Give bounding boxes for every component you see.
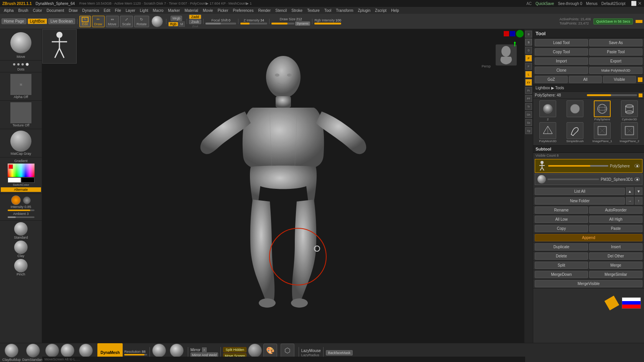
append-btn[interactable]: Append [535,234,642,241]
subtool-pm3d-eye[interactable] [634,177,640,181]
m-btn[interactable]: M [179,21,185,27]
matcap-sphere[interactable] [10,131,31,152]
nav-best[interactable]: B [525,31,532,38]
rgb-selector[interactable]: Rgb M [168,21,185,27]
nav-local[interactable]: L [525,71,532,78]
del-other-btn[interactable]: Del Other [589,252,642,260]
draw-button[interactable]: ✏ Draw [92,16,105,27]
menu-stencil[interactable]: Stencil [273,8,289,13]
menu-layer[interactable]: Layer [123,8,138,13]
folder-arrow-btn[interactable]: → [626,197,634,205]
claybuildup-brush[interactable]: ClayBuildup [2,344,21,362]
zadd-btn[interactable]: Zadd [189,15,202,19]
menu-tool[interactable]: Tool [322,8,334,13]
nav-floor[interactable]: F [525,63,532,70]
menus-label[interactable]: Menus [586,2,598,6]
paste-tool-btn[interactable]: Paste Tool [589,48,642,56]
menu-preferences[interactable]: Preferences [230,8,256,13]
move-button[interactable]: ⇔ Move [106,16,119,27]
pinch-brush-item[interactable]: Pinch [1,259,41,276]
make-polymesh-btn[interactable]: Make PolyMesh3D [589,67,642,74]
menu-light[interactable]: Light [138,8,151,13]
menu-movie[interactable]: Movie [200,8,215,13]
menu-picker[interactable]: Picker [215,8,231,13]
nav-persp[interactable]: P [525,55,532,62]
menu-marker[interactable]: Marker [166,8,182,13]
nav-ghost[interactable]: Gh [525,111,532,118]
clay-brush-item[interactable]: Clay [1,241,41,258]
split-btn[interactable]: Split [535,262,588,269]
paste-subtool-btn[interactable]: Paste [589,225,642,232]
tool-simplebrush[interactable]: SimpleBrush [562,122,588,143]
rename-btn[interactable]: Rename [535,206,588,214]
texture-preview[interactable] [10,102,31,123]
tool-imageplane2[interactable]: ImagePlane_2 [616,122,642,143]
standard-brush-item[interactable]: Standard [1,222,41,239]
tool-polymesh3d[interactable]: PolyMesh3D [535,122,561,143]
menu-texture[interactable]: Texture [305,8,322,13]
menu-dynamics[interactable]: Dynamics [80,8,102,13]
mergevisible-btn[interactable]: MergeVisible [535,280,642,287]
menu-brush[interactable]: Brush [16,8,31,13]
visible-btn[interactable]: Visible [603,76,636,83]
subtool-polysphere[interactable]: PolySphere [535,159,642,173]
3d-model-area[interactable] [42,29,524,343]
nav-gizmo[interactable] [492,41,521,69]
all-low-btn[interactable]: All Low [535,216,588,223]
nav-xyvz[interactable]: XY [525,79,532,86]
save-as-btn[interactable]: Save As [589,39,642,46]
brush-sphere-preview[interactable] [10,32,31,53]
nav-polyf[interactable]: PF [525,95,532,102]
draw-size-slider[interactable] [271,23,294,25]
edit-button[interactable]: ✎ Edit [79,16,91,27]
menu-document[interactable]: Document [44,8,67,13]
menu-zplugin[interactable]: Zplugin [356,8,373,13]
mirror-x-toggle[interactable]: X [202,347,207,352]
light-icon-active[interactable] [11,195,21,205]
menu-draw[interactable]: Draw [66,8,80,13]
seethrough-label[interactable]: See-through 0 [558,2,582,6]
lazyradius-label[interactable]: LazyRadius [301,353,321,357]
lightbox-tools-label[interactable]: Lightbox ▶ Tools [536,86,564,90]
backfacemask-btn[interactable]: BackfaceMask [326,350,353,355]
quicksave-btn[interactable]: QuickSave In 56 Secs [593,18,633,25]
load-tool-btn[interactable]: Load Tool [535,39,588,46]
nav-solo[interactable]: So [525,119,532,126]
mergesimilar-btn[interactable]: MergeSimilar [589,271,642,278]
z-intensity-slider[interactable] [240,23,267,25]
resolution-slider[interactable] [124,354,147,355]
menu-material[interactable]: Material [182,8,200,13]
menu-file[interactable]: File [113,8,123,13]
copy-tool-btn[interactable]: Copy Tool [535,48,588,56]
menu-zscript[interactable]: Zscript [373,8,389,13]
duplicate-btn[interactable]: Duplicate [535,243,588,251]
alpha-preview[interactable]: ▣ [10,74,31,95]
material-sphere[interactable] [151,16,163,27]
nav-spix[interactable]: S [525,39,532,46]
menu-render[interactable]: Render [256,8,273,13]
live-boolean-tab[interactable]: Live Boolean [48,18,75,24]
lazymouse-label[interactable]: LazyMouse [301,349,321,353]
home-tab[interactable]: Home Page [2,18,26,24]
alternate-badge[interactable]: Alternate [1,187,41,192]
arrow-down-btn[interactable]: ▼ [635,187,642,195]
tool-brush1[interactable]: 2 [535,100,561,121]
light-icon-inactive[interactable] [23,197,31,204]
menu-transform[interactable]: Transform [334,8,355,13]
menu-alpha[interactable]: Alpha [2,8,16,13]
tool-imageplane1[interactable]: ImagePlane_1 [589,122,615,143]
rgb-btn[interactable]: Rgb [168,22,179,26]
goz-btn[interactable]: GoZ [535,76,568,83]
switch-color-btn[interactable]: SwitchColor [13,183,29,187]
copy-subtool-btn[interactable]: Copy [535,225,588,232]
main-viewport[interactable]: Persp [42,29,524,343]
nav-transp[interactable]: Tr [525,103,532,110]
new-folder-btn[interactable]: New Folder [535,197,625,205]
menu-help[interactable]: Help [389,8,401,13]
subtool-eye-icon[interactable] [634,164,640,168]
rgb-intensity-slider[interactable] [314,23,341,25]
lightbox-tab[interactable]: LightBox [28,18,47,24]
menu-edit[interactable]: Edit [101,8,112,13]
quicksave-label[interactable]: QuickSave [536,2,554,6]
all-high-btn[interactable]: All High [589,216,642,223]
